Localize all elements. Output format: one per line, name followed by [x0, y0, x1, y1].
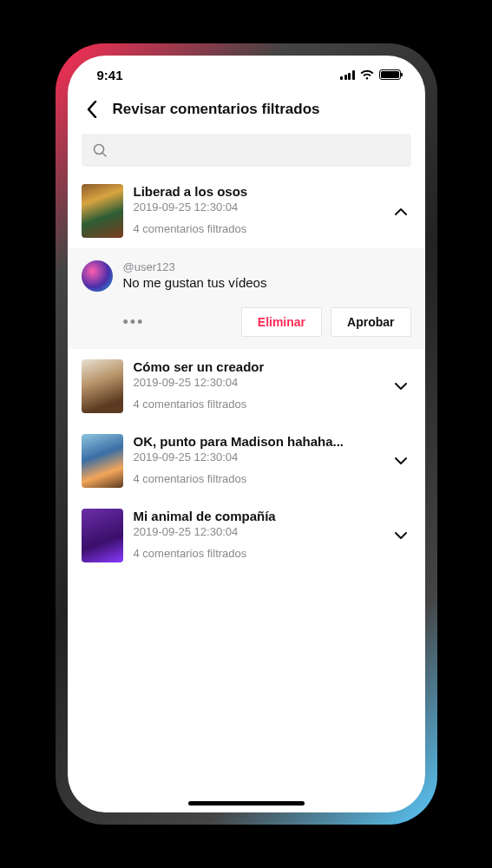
video-thumbnail — [82, 509, 123, 562]
video-item[interactable]: OK, punto para Madison hahaha... 2019-09… — [68, 424, 425, 498]
video-thumbnail — [82, 359, 123, 413]
video-meta: Liberad a los osos 2019-09-25 12:30:04 4… — [134, 184, 380, 235]
video-item[interactable]: Cómo ser un creador 2019-09-25 12:30:04 … — [68, 349, 425, 424]
home-indicator[interactable] — [188, 801, 305, 806]
video-title: OK, punto para Madison hahaha... — [134, 434, 380, 449]
video-filtered-count: 4 comentarios filtrados — [134, 222, 380, 235]
video-date: 2019-09-25 12:30:04 — [134, 201, 380, 214]
video-title: Cómo ser un creador — [134, 359, 380, 374]
video-filtered-count: 4 comentarios filtrados — [134, 547, 380, 560]
video-date: 2019-09-25 12:30:04 — [134, 376, 380, 389]
status-time: 9:41 — [97, 68, 123, 82]
video-item[interactable]: Mi animal de compañía 2019-09-25 12:30:0… — [68, 498, 425, 573]
more-options-button[interactable]: ••• — [123, 314, 145, 330]
nav-header: Revisar comentarios filtrados — [68, 94, 425, 134]
search-icon — [92, 142, 108, 158]
screen: 9:41 Revisar comentarios filtrados Liber… — [68, 56, 425, 812]
video-filtered-count: 4 comentarios filtrados — [134, 472, 380, 485]
comment-username[interactable]: @user123 — [123, 260, 411, 273]
video-date: 2019-09-25 12:30:04 — [134, 450, 380, 464]
video-thumbnail — [82, 184, 123, 238]
chevron-down-icon[interactable] — [390, 376, 411, 397]
page-title: Revisar comentarios filtrados — [113, 101, 320, 118]
video-title: Liberad a los osos — [134, 184, 380, 199]
filtered-comment: @user123 No me gustan tus vídeos ••• Eli… — [68, 248, 425, 349]
video-meta: Mi animal de compañía 2019-09-25 12:30:0… — [134, 509, 380, 560]
video-meta: Cómo ser un creador 2019-09-25 12:30:04 … — [134, 359, 380, 411]
status-bar: 9:41 — [68, 56, 425, 94]
wifi-icon — [360, 69, 374, 80]
avatar[interactable] — [82, 260, 113, 292]
back-button[interactable] — [82, 99, 102, 120]
search-input[interactable] — [82, 134, 411, 167]
delete-button[interactable]: Eliminar — [241, 307, 322, 337]
video-date: 2019-09-25 12:30:04 — [134, 525, 380, 538]
status-icons — [340, 69, 401, 80]
chevron-down-icon[interactable] — [390, 525, 411, 546]
video-filtered-count: 4 comentarios filtrados — [134, 398, 380, 411]
comment-text: No me gustan tus vídeos — [123, 275, 411, 290]
phone-frame: 9:41 Revisar comentarios filtrados Liber… — [56, 43, 437, 825]
video-title: Mi animal de compañía — [134, 509, 380, 523]
video-meta: OK, punto para Madison hahaha... 2019-09… — [134, 434, 380, 485]
chevron-down-icon[interactable] — [390, 450, 411, 471]
video-item[interactable]: Liberad a los osos 2019-09-25 12:30:04 4… — [68, 174, 425, 248]
battery-icon — [379, 69, 401, 80]
signal-icon — [340, 70, 355, 80]
chevron-up-icon[interactable] — [390, 201, 411, 221]
svg-line-1 — [102, 153, 106, 156]
video-thumbnail — [82, 434, 123, 488]
approve-button[interactable]: Aprobar — [331, 307, 410, 337]
